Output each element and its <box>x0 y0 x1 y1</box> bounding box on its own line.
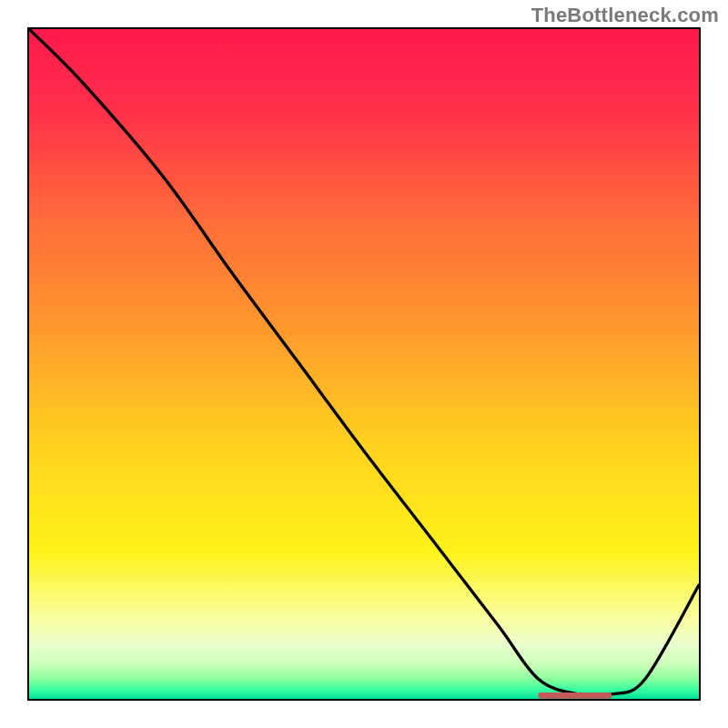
watermark-text: TheBottleneck.com <box>531 4 719 27</box>
svg-rect-1 <box>538 693 612 699</box>
plot-area <box>27 27 701 701</box>
minimum-marker <box>29 29 699 699</box>
